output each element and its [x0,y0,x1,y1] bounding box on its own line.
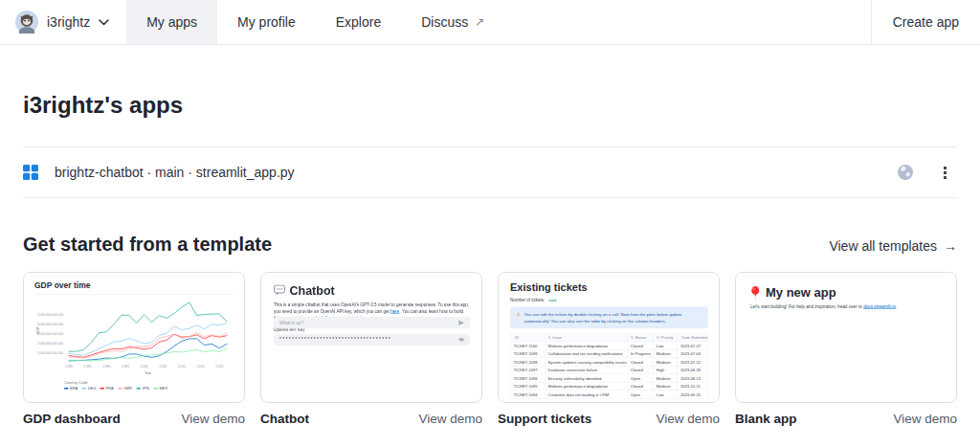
template-card-gdp-dashboard[interactable]: GDP over time 1,000,000,000,0002,000,000… [23,272,245,403]
tab-label: My apps [146,14,197,30]
table-row: TICKET-1094Customer data not loading in … [510,391,708,399]
gdp-chart-title: GDP over time [34,280,234,290]
col-header-date: Date Submitted [678,333,708,342]
view-demo-link[interactable]: View demo [656,412,720,426]
table-header-row: ID ⇅Issue ⇅Status ⇅Priority Date Submitt… [510,333,708,342]
view-all-label: View all templates [829,238,937,254]
gdp-preview: GDP over time 1,000,000,000,0002,000,000… [24,273,245,403]
svg-text:1,980: 1,980 [65,365,73,369]
table-row: TICKET-1098System updates causing compat… [510,358,708,367]
globe-icon [897,164,914,181]
main-content: i3rightz's apps brightz-chatbot · main ·… [0,92,980,426]
ticket-count: Number of tickets: 100 [510,298,708,302]
svg-text:4,000,000,000,000: 4,000,000,000,000 [37,323,63,326]
table-row: TICKET-1096Security vulnerability identi… [510,374,708,383]
legend-item: GBR [118,387,132,391]
templates-section-header: Get started from a template View all tem… [23,234,957,256]
tab-label: Discuss [421,14,468,30]
svg-text:GDP: GDP [36,326,40,334]
info-box: ⚠ You can edit the tickets by double cli… [510,307,708,329]
col-header-status: ⇅Status [628,333,654,342]
tickets-preview: Existing tickets Number of tickets: 100 … [499,273,720,403]
tab-my-apps[interactable]: My apps [126,0,217,44]
app-row-actions [897,164,957,182]
svg-text:1,990: 1,990 [102,365,110,369]
chatbot-preview: Chatbot This is a simple chatbot that us… [261,273,482,338]
legend-item: BRA [64,387,78,391]
legend-item: FRA [100,387,114,391]
avatar [15,11,38,34]
arrow-right-icon: → [944,238,957,254]
tickets-table: ID ⇅Issue ⇅Status ⇅Priority Date Submitt… [510,333,708,399]
tab-explore[interactable]: Explore [316,0,401,44]
template-name: Blank app [735,412,797,426]
col-header-issue: ⇅Issue [545,333,627,342]
table-row: TICKET-1097Database connection failureCl… [510,366,708,374]
create-app-button[interactable]: Create app [871,0,980,44]
caption-support-tickets: Support tickets View demo [498,412,720,426]
external-link-icon: ↗ [475,15,484,29]
view-demo-link[interactable]: View demo [418,412,482,426]
blank-app-preview: My new app Let's start building! For hel… [736,273,957,403]
blank-app-title: My new app [766,285,836,301]
app-row-title: brightz-chatbot · main · streamlit_app.p… [55,165,295,180]
template-card-blank-app[interactable]: My new app Let's start building! For hel… [735,272,957,403]
chart-legend: Country Code BRA DEU FRA GBR JPN MEX [64,381,234,391]
blank-app-description: Let's start building! For help and inspi… [750,304,943,309]
view-demo-link[interactable]: View demo [893,412,957,426]
app-row[interactable]: brightz-chatbot · main · streamlit_app.p… [23,147,957,197]
chatbot-title: Chatbot [290,283,335,298]
col-header-priority: ⇅Priority [654,333,678,342]
top-navigation: i3rightz My apps My profile Explore Disc… [0,0,980,45]
account-name: i3rightz [47,14,90,30]
caption-chatbot: Chatbot View demo [260,412,482,426]
svg-text:2,015: 2,015 [196,365,204,369]
svg-text:2,000,000,000,000: 2,000,000,000,000 [37,342,63,346]
send-icon [458,320,465,325]
legend-item: DEU [82,387,96,391]
template-card-support-tickets[interactable]: Existing tickets Number of tickets: 100 … [498,272,720,403]
svg-text:2,005: 2,005 [159,365,167,369]
svg-text:5,000,000,000,000: 5,000,000,000,000 [37,313,63,317]
balloon-icon [750,286,761,300]
tab-my-profile[interactable]: My profile [217,0,316,44]
svg-text:2,010: 2,010 [178,365,186,369]
chat-input: What is up? [274,317,470,329]
kebab-menu-icon[interactable] [941,164,949,182]
tab-label: Explore [336,14,381,30]
app-list: brightz-chatbot · main · streamlit_app.p… [23,146,957,198]
caption-gdp-dashboard: GDP dashboard View demo [23,412,245,426]
app-grid-icon [23,165,38,180]
svg-text:1,000,000,000,000: 1,000,000,000,000 [37,351,63,355]
svg-text:2,000: 2,000 [140,365,147,369]
speech-bubble-icon [274,285,285,297]
tab-discuss[interactable]: Discuss ↗ [401,0,504,44]
template-name: GDP dashboard [23,412,121,426]
legend-item: JPN [136,387,149,391]
svg-text:1,985: 1,985 [84,365,92,369]
api-key-input: ************************************ [274,334,470,346]
table-row: TICKET-1099Collaboration tool not sendin… [510,349,708,358]
eye-icon [458,338,465,343]
page-title: i3rightz's apps [23,92,957,119]
svg-text:3,000,000,000,000: 3,000,000,000,000 [37,332,63,336]
divider [34,294,234,295]
tab-label: My profile [237,14,296,30]
template-card-chatbot[interactable]: Chatbot This is a simple chatbot that us… [260,272,482,403]
link-docs-streamlit-io: docs.streamlit.io [863,304,896,309]
legend-title: Country Code [64,381,234,386]
view-all-templates-link[interactable]: View all templates → [829,238,957,254]
create-app-label: Create app [893,14,959,30]
template-cards: GDP over time 1,000,000,000,0002,000,000… [23,272,957,403]
templates-heading: Get started from a template [23,234,272,256]
chat-placeholder: What is up? [279,320,458,325]
card-captions: GDP dashboard View demo Chatbot View dem… [23,412,957,426]
caption-blank-app: Blank app View demo [735,412,957,426]
svg-text:2,020: 2,020 [215,365,223,369]
ticket-count-value: 100 [547,298,558,302]
account-menu[interactable]: i3rightz [0,0,126,44]
svg-text:Year: Year [145,371,152,375]
view-demo-link[interactable]: View demo [181,412,245,426]
svg-text:1,995: 1,995 [122,365,129,369]
gdp-line-chart: 1,000,000,000,0002,000,000,000,0003,000,… [34,296,234,381]
